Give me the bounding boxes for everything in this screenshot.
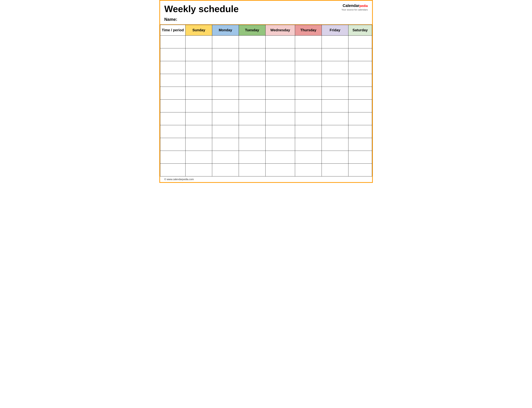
table-cell[interactable] — [321, 100, 348, 112]
table-cell[interactable] — [160, 48, 186, 61]
table-cell[interactable] — [160, 74, 186, 87]
table-cell[interactable] — [212, 164, 239, 176]
table-cell[interactable] — [265, 164, 295, 176]
table-row — [160, 138, 372, 151]
table-cell[interactable] — [295, 61, 322, 74]
table-cell[interactable] — [186, 112, 212, 125]
table-cell[interactable] — [186, 151, 212, 164]
table-cell[interactable] — [212, 35, 239, 48]
table-cell[interactable] — [212, 61, 239, 74]
table-cell[interactable] — [348, 74, 372, 87]
table-cell[interactable] — [160, 87, 186, 100]
table-cell[interactable] — [348, 100, 372, 112]
table-cell[interactable] — [186, 74, 212, 87]
table-cell[interactable] — [239, 48, 265, 61]
table-cell[interactable] — [265, 112, 295, 125]
table-cell[interactable] — [348, 125, 372, 138]
table-cell[interactable] — [295, 100, 322, 112]
table-cell[interactable] — [348, 48, 372, 61]
table-cell[interactable] — [239, 35, 265, 48]
table-cell[interactable] — [295, 48, 322, 61]
table-cell[interactable] — [239, 100, 265, 112]
col-header-saturday: Saturday — [348, 25, 372, 35]
table-cell[interactable] — [160, 61, 186, 74]
col-header-time: Time / period — [160, 25, 186, 35]
table-cell[interactable] — [321, 35, 348, 48]
table-cell[interactable] — [348, 35, 372, 48]
table-cell[interactable] — [265, 48, 295, 61]
table-cell[interactable] — [321, 87, 348, 100]
table-cell[interactable] — [321, 112, 348, 125]
table-cell[interactable] — [186, 48, 212, 61]
table-cell[interactable] — [265, 74, 295, 87]
table-row — [160, 164, 372, 176]
table-cell[interactable] — [321, 74, 348, 87]
table-cell[interactable] — [295, 164, 322, 176]
table-cell[interactable] — [295, 125, 322, 138]
table-row — [160, 112, 372, 125]
table-cell[interactable] — [265, 61, 295, 74]
table-cell[interactable] — [265, 125, 295, 138]
name-row: Name: — [160, 15, 372, 24]
table-cell[interactable] — [186, 164, 212, 176]
table-cell[interactable] — [321, 48, 348, 61]
table-cell[interactable] — [186, 61, 212, 74]
table-cell[interactable] — [212, 125, 239, 138]
table-cell[interactable] — [348, 164, 372, 176]
table-cell[interactable] — [160, 164, 186, 176]
table-cell[interactable] — [160, 151, 186, 164]
table-cell[interactable] — [186, 100, 212, 112]
table-cell[interactable] — [212, 151, 239, 164]
table-cell[interactable] — [186, 125, 212, 138]
table-cell[interactable] — [295, 35, 322, 48]
table-cell[interactable] — [321, 61, 348, 74]
table-cell[interactable] — [239, 138, 265, 151]
table-cell[interactable] — [160, 112, 186, 125]
table-cell[interactable] — [160, 100, 186, 112]
brand-logo: Calendarpedia Your source for calendars — [341, 3, 368, 11]
table-cell[interactable] — [265, 35, 295, 48]
table-cell[interactable] — [160, 35, 186, 48]
table-cell[interactable] — [348, 112, 372, 125]
table-cell[interactable] — [239, 61, 265, 74]
table-cell[interactable] — [186, 35, 212, 48]
table-cell[interactable] — [265, 100, 295, 112]
table-row — [160, 125, 372, 138]
table-cell[interactable] — [212, 87, 239, 100]
table-cell[interactable] — [160, 125, 186, 138]
table-cell[interactable] — [295, 87, 322, 100]
table-cell[interactable] — [348, 87, 372, 100]
table-cell[interactable] — [265, 138, 295, 151]
table-cell[interactable] — [348, 151, 372, 164]
table-cell[interactable] — [239, 74, 265, 87]
table-cell[interactable] — [160, 138, 186, 151]
table-cell[interactable] — [295, 74, 322, 87]
table-cell[interactable] — [186, 87, 212, 100]
table-cell[interactable] — [265, 151, 295, 164]
table-cell[interactable] — [212, 100, 239, 112]
table-cell[interactable] — [212, 138, 239, 151]
table-cell[interactable] — [239, 164, 265, 176]
table-cell[interactable] — [295, 112, 322, 125]
table-cell[interactable] — [348, 138, 372, 151]
table-cell[interactable] — [321, 164, 348, 176]
table-cell[interactable] — [212, 74, 239, 87]
table-cell[interactable] — [239, 151, 265, 164]
table-cell[interactable] — [186, 138, 212, 151]
table-cell[interactable] — [265, 87, 295, 100]
table-cell[interactable] — [212, 112, 239, 125]
col-header-monday: Monday — [212, 25, 239, 35]
table-cell[interactable] — [348, 61, 372, 74]
table-cell[interactable] — [239, 112, 265, 125]
table-cell[interactable] — [295, 151, 322, 164]
table-cell[interactable] — [321, 151, 348, 164]
header-row: Time / period Sunday Monday Tuesday Wedn… — [160, 25, 372, 35]
table-cell[interactable] — [321, 125, 348, 138]
table-cell[interactable] — [321, 138, 348, 151]
brand-calendar-text: Calendar — [343, 3, 359, 8]
table-cell[interactable] — [239, 125, 265, 138]
footer-section: © www.calendarpedia.com — [160, 176, 372, 182]
table-cell[interactable] — [212, 48, 239, 61]
table-cell[interactable] — [295, 138, 322, 151]
table-cell[interactable] — [239, 87, 265, 100]
